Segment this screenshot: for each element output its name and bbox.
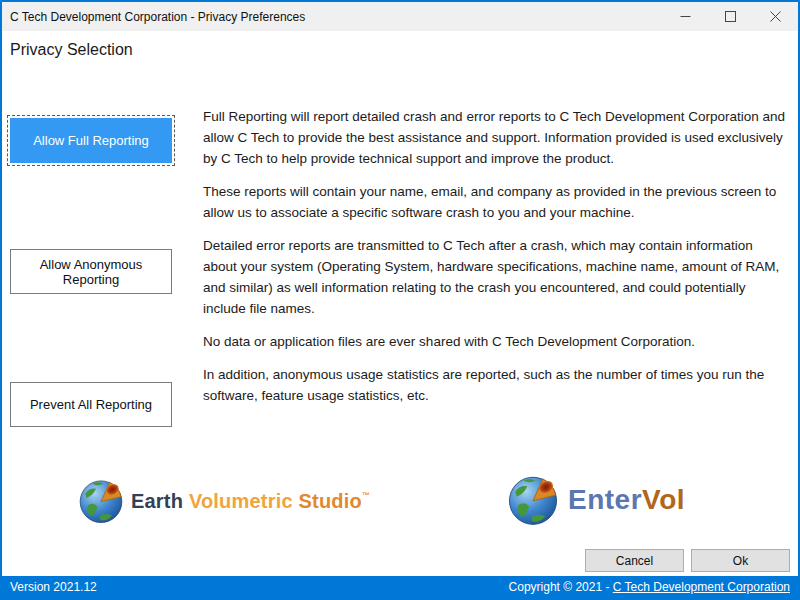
copyright-prefix: Copyright © 2021 - [509, 580, 613, 594]
version-label: Version 2021.12 [10, 580, 97, 594]
privacy-preferences-dialog: C Tech Development Corporation - Privacy… [0, 0, 800, 600]
earth-volumetric-studio-logo: Earth Volumetric Studio™ [78, 478, 370, 524]
globe-icon [78, 478, 124, 524]
close-button[interactable] [753, 2, 798, 31]
close-icon [770, 11, 781, 22]
maximize-button[interactable] [708, 2, 753, 31]
page-title: Privacy Selection [10, 41, 133, 59]
entervol-logo: EnterVol [507, 474, 685, 526]
allow-anonymous-reporting-button[interactable]: Allow Anonymous Reporting [10, 249, 172, 294]
prevent-all-reporting-button[interactable]: Prevent All Reporting [10, 382, 172, 427]
cancel-button[interactable]: Cancel [585, 549, 684, 572]
allow-full-reporting-button[interactable]: Allow Full Reporting [10, 118, 172, 163]
paragraph-no-data-shared: No data or application files are ever sh… [203, 331, 789, 352]
minimize-button[interactable] [663, 2, 708, 31]
window-controls [663, 2, 798, 31]
earth-volumetric-studio-wordmark: Earth Volumetric Studio™ [131, 490, 370, 513]
window-title: C Tech Development Corporation - Privacy… [2, 10, 305, 24]
paragraph-full-reporting: Full Reporting will report detailed cras… [203, 106, 789, 169]
ok-button[interactable]: Ok [691, 549, 790, 572]
maximize-icon [725, 11, 736, 22]
titlebar[interactable]: C Tech Development Corporation - Privacy… [2, 2, 798, 31]
minimize-icon [680, 11, 691, 22]
paragraph-reports-contents: These reports will contain your name, em… [203, 181, 789, 223]
paragraph-detailed-error-reports: Detailed error reports are transmitted t… [203, 235, 789, 319]
status-bar: Version 2021.12 Copyright © 2021 - C Tec… [2, 576, 798, 598]
globe-icon [507, 474, 559, 526]
copyright-link[interactable]: C Tech Development Corporation [613, 580, 790, 594]
entervol-wordmark: EnterVol [568, 484, 685, 516]
paragraph-anonymous-statistics: In addition, anonymous usage statistics … [203, 364, 789, 406]
description-text: Full Reporting will report detailed cras… [203, 106, 789, 418]
copyright: Copyright © 2021 - C Tech Development Co… [509, 580, 790, 594]
